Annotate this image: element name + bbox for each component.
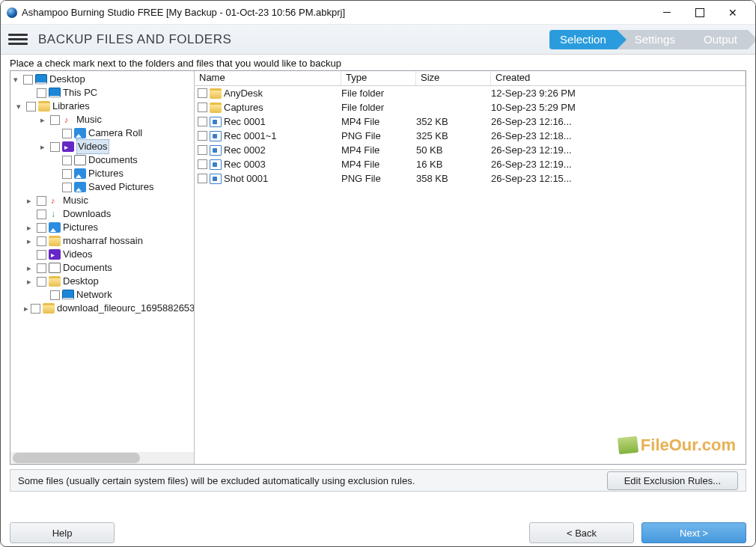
close-button[interactable] [716,2,749,23]
folder-icon [49,236,61,246]
document-icon [49,263,61,273]
tree-lib-music[interactable]: ▸Music [10,113,194,126]
list-row[interactable]: Shot 0001PNG File358 KB26-Sep-23 12:15..… [195,171,746,186]
music-icon [49,195,61,206]
list-row[interactable]: AnyDeskFile folder12-Sep-23 9:26 PM [195,86,746,100]
tree-scrollbar[interactable] [10,452,194,464]
window-title: Ashampoo Burning Studio FREE [My Backup … [22,7,345,18]
list-row[interactable]: Rec 0001~1PNG File325 KB26-Sep-23 12:18.… [195,129,746,143]
back-button[interactable]: < Back [529,522,634,543]
list-columns: Name Type Size Created [195,71,746,86]
folder-icon [49,276,61,287]
checkbox[interactable] [37,196,46,206]
col-type[interactable]: Type [341,71,416,85]
col-name[interactable]: Name [195,71,341,85]
folder-tree[interactable]: ▾Desktop ▸This PC ▾Libraries ▸Music ▸Cam… [10,71,195,464]
row-type: PNG File [341,130,416,141]
checkbox[interactable] [198,131,207,141]
tree-lib-videos[interactable]: ▸Videos [10,140,194,153]
checkbox[interactable] [37,223,46,233]
list-row[interactable]: Rec 0003MP4 File16 KB26-Sep-23 12:19... [195,157,746,171]
page-title: BACKUP FILES AND FOLDERS [38,32,231,47]
row-type: File folder [341,88,416,99]
titlebar: Ashampoo Burning Studio FREE [My Backup … [1,1,755,25]
tree-downloads[interactable]: ▸Downloads [10,207,194,221]
col-size[interactable]: Size [416,71,491,85]
list-row[interactable]: Rec 0002MP4 File50 KB26-Sep-23 12:19... [195,143,746,157]
next-button[interactable]: Next > [641,522,746,543]
tree-libraries[interactable]: ▾Libraries [10,100,194,113]
checkbox[interactable] [23,75,33,85]
checkbox[interactable] [198,88,207,98]
folder-icon [210,88,222,99]
tree-thispc[interactable]: ▸This PC [10,86,194,100]
desktop-icon [35,74,47,85]
minimize-button[interactable] [650,2,683,23]
tree-desktop2[interactable]: ▸Desktop [10,275,194,288]
checkbox[interactable] [37,277,46,287]
edit-exclusion-button[interactable]: Edit Exclusion Rules... [607,471,738,490]
tree-desktop[interactable]: ▾Desktop [10,73,194,86]
list-row[interactable]: Rec 0001MP4 File352 KB26-Sep-23 12:16... [195,114,746,129]
tree-documents[interactable]: ▸Documents [10,261,194,275]
network-icon [62,290,74,300]
work-area: ▾Desktop ▸This PC ▾Libraries ▸Music ▸Cam… [10,70,746,465]
row-created: 26-Sep-23 12:16... [491,116,746,127]
tree-lib-pictures[interactable]: ▸Pictures [10,167,194,180]
video-icon [62,141,74,152]
row-name: Rec 0003 [224,159,266,170]
step-settings[interactable]: Settings [617,30,686,49]
checkbox[interactable] [62,169,72,179]
app-icon [7,7,17,18]
tree-videos[interactable]: ▸Videos [10,248,194,261]
checkbox[interactable] [62,183,72,192]
maximize-button[interactable] [683,2,716,23]
checkbox[interactable] [198,159,207,169]
list-row[interactable]: CapturesFile folder10-Sep-23 5:29 PM [195,100,746,114]
picture-icon [74,168,86,179]
checkbox[interactable] [198,117,207,126]
checkbox[interactable] [198,103,207,112]
page-header: BACKUP FILES AND FOLDERS Selection Setti… [1,25,755,55]
row-name: AnyDesk [224,88,263,99]
checkbox[interactable] [50,290,60,300]
tree-network[interactable]: ▸Network [10,288,194,302]
row-created: 26-Sep-23 12:19... [491,144,746,156]
row-size: 16 KB [416,159,491,170]
checkbox[interactable] [26,102,36,111]
music-icon [62,114,74,125]
tree-music[interactable]: ▸Music [10,194,194,207]
file-icon [210,145,222,156]
checkbox[interactable] [37,210,46,219]
checkbox[interactable] [37,250,46,260]
row-type: MP4 File [341,159,416,170]
file-list[interactable]: Name Type Size Created AnyDeskFile folde… [195,71,746,464]
checkbox[interactable] [62,156,72,165]
checkbox[interactable] [37,263,46,273]
tree-pictures[interactable]: ▸Pictures [10,221,194,234]
tree-lib-documents[interactable]: ▸Documents [10,153,194,167]
menu-icon[interactable] [8,31,28,47]
tree-savedpictures[interactable]: ▸Saved Pictures [10,180,194,194]
checkbox[interactable] [198,174,207,183]
col-created[interactable]: Created [491,71,746,85]
checkbox[interactable] [37,236,46,246]
checkbox[interactable] [50,115,60,125]
row-type: MP4 File [341,116,416,127]
checkbox[interactable] [62,129,72,138]
tree-user[interactable]: ▸mosharraf hossain [10,234,194,248]
tree-cameraroll[interactable]: ▸Camera Roll [10,126,194,140]
row-name: Rec 0001~1 [224,130,276,141]
checkbox[interactable] [198,145,207,155]
row-created: 10-Sep-23 5:29 PM [491,102,746,113]
row-created: 26-Sep-23 12:18... [491,130,746,141]
footer: Help < Back Next > [10,522,746,543]
file-icon [210,174,222,184]
document-icon [74,155,86,165]
checkbox[interactable] [50,142,60,152]
tree-download-file[interactable]: ▸download_fileourc_1695882653_704 [10,302,194,315]
checkbox[interactable] [31,304,40,314]
help-button[interactable]: Help [10,522,115,543]
step-selection[interactable]: Selection [549,30,617,49]
checkbox[interactable] [37,88,46,98]
